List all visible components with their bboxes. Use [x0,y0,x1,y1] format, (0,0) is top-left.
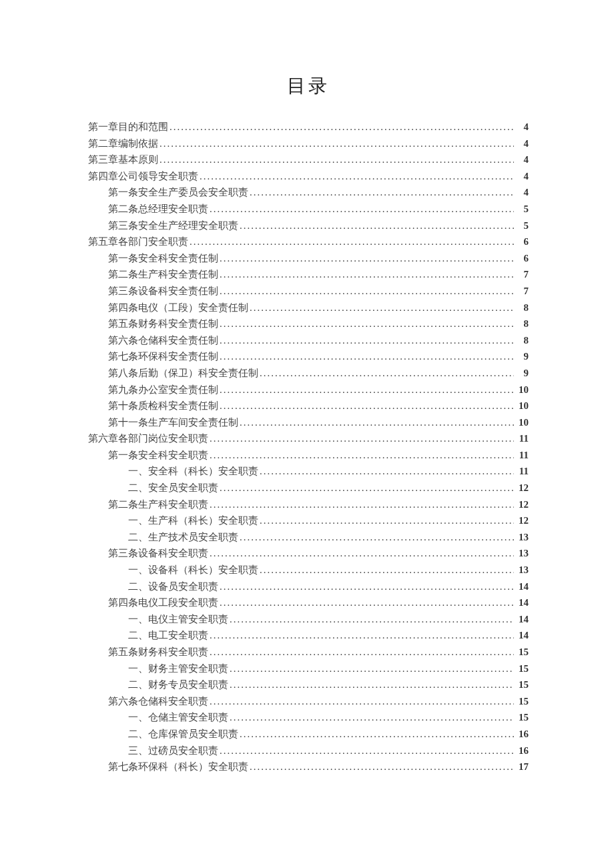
toc-row: 第二章编制依据4 [88,135,529,152]
toc-row: 第六条仓储科安全职责15 [88,693,529,710]
toc-label: 第八条后勤（保卫）科安全责任制 [108,365,258,382]
toc-row: 一、电仪主管安全职责14 [88,611,529,628]
toc-row: 第七条环保科（科长）安全职责17 [88,759,529,775]
toc-leader-dots [210,201,514,218]
toc-leader-dots [240,414,514,431]
toc-row: 二、财务专员安全职责15 [88,677,529,693]
toc-label: 第七条环保科安全责任制 [108,348,218,365]
toc-label: 第三条设备科安全职责 [108,545,208,562]
toc-leader-dots [220,348,514,365]
toc-label: 一、电仪主管安全职责 [128,611,228,628]
toc-label: 一、财务主管安全职责 [128,661,228,677]
toc-label: 第二章编制依据 [88,135,158,152]
toc-page-number: 13 [515,562,529,578]
toc-page-number: 15 [515,661,529,677]
toc-leader-dots [210,447,514,464]
toc-row: 第二条生产科安全职责12 [88,496,529,513]
toc-leader-dots [250,759,514,775]
toc-leader-dots [220,332,514,349]
toc-label: 第二条生产科安全职责 [108,496,208,513]
toc-row: 第一章目的和范围4 [88,119,529,135]
toc-row: 第十条质检科安全责任制10 [88,398,529,414]
toc-page-number: 5 [515,201,529,218]
toc-page-number: 12 [515,480,529,496]
toc-leader-dots [260,512,514,529]
toc-page-number: 12 [515,496,529,513]
toc-label: 一、安全科（科长）安全职责 [128,463,258,480]
toc-leader-dots [230,677,514,693]
toc-page-number: 5 [515,218,529,234]
toc-row: 一、设备科（科长）安全职责13 [88,562,529,578]
toc-page-number: 9 [515,348,529,365]
toc-page-number: 8 [515,332,529,349]
toc-page-number: 11 [515,463,529,480]
toc-page-number: 8 [515,300,529,316]
toc-row: 第三章基本原则4 [88,151,529,168]
toc-label: 二、生产技术员安全职责 [128,529,238,546]
toc-label: 第五章各部门安全职责 [88,234,188,250]
toc-label: 第六章各部门岗位安全职责 [88,430,208,447]
toc-leader-dots [160,151,514,168]
toc-leader-dots [260,365,514,382]
page-title: 目录 [88,73,529,99]
toc-page-number: 12 [515,512,529,529]
toc-label: 第三条安全生产经理安全职责 [108,218,238,234]
toc-page-number: 6 [515,250,529,267]
toc-page-number: 15 [515,677,529,693]
toc-label: 第三章基本原则 [88,151,158,168]
toc-page-number: 8 [515,316,529,332]
toc-leader-dots [230,661,514,677]
toc-row: 第四条电仪工段安全职责14 [88,594,529,611]
toc-row: 第五条财务科安全责任制8 [88,316,529,332]
toc-row: 第五章各部门安全职责6 [88,234,529,250]
toc-label: 一、设备科（科长）安全职责 [128,562,258,578]
toc-page-number: 15 [515,693,529,710]
toc-row: 第四条电仪（工段）安全责任制8 [88,300,529,316]
toc-row: 第十一条生产车间安全责任制10 [88,414,529,431]
toc-leader-dots [260,463,514,480]
toc-label: 第七条环保科（科长）安全职责 [108,759,248,775]
toc-page-number: 13 [515,529,529,546]
toc-row: 第一条安全科安全责任制6 [88,250,529,267]
toc-label: 第一条安全科安全责任制 [108,250,218,267]
toc-row: 第八条后勤（保卫）科安全责任制9 [88,365,529,382]
toc-label: 第六条仓储科安全职责 [108,693,208,710]
toc-page-number: 7 [515,266,529,283]
toc-label: 第五条财务科安全职责 [108,644,208,661]
toc-row: 一、仓储主管安全职责15 [88,709,529,726]
toc-row: 第二条总经理安全职责5 [88,201,529,218]
toc-page-number: 16 [515,726,529,743]
toc-row: 一、财务主管安全职责15 [88,661,529,677]
toc-page-number: 4 [515,119,529,135]
toc-page-number: 15 [515,644,529,661]
toc-label: 二、财务专员安全职责 [128,677,228,693]
toc-leader-dots [200,168,514,185]
toc-label: 第三条设备科安全责任制 [108,283,218,300]
toc-leader-dots [250,300,514,316]
toc-row: 第三条设备科安全责任制7 [88,283,529,300]
toc-page-number: 17 [515,759,529,775]
toc-leader-dots [250,184,514,201]
toc-label: 二、电工安全职责 [128,627,208,644]
toc-leader-dots [210,430,514,447]
toc-leader-dots [240,218,514,234]
toc-leader-dots [160,135,514,152]
toc-row: 二、安全员安全职责12 [88,480,529,496]
toc-leader-dots [230,611,514,628]
toc-row: 第六条仓储科安全责任制8 [88,332,529,349]
toc-page-number: 9 [515,365,529,382]
toc-page-number: 14 [515,594,529,611]
document-page: 目录 第一章目的和范围4第二章编制依据4第三章基本原则4第四章公司领导安全职责4… [0,0,614,868]
toc-page-number: 14 [515,611,529,628]
toc-row: 二、电工安全职责14 [88,627,529,644]
toc-label: 三、过磅员安全职责 [128,743,218,759]
toc-label: 第一条安全生产委员会安全职责 [108,184,248,201]
toc-label: 第一章目的和范围 [88,119,168,135]
toc-row: 第六章各部门岗位安全职责11 [88,430,529,447]
toc-leader-dots [240,726,514,743]
toc-row: 第三条设备科安全职责13 [88,545,529,562]
toc-page-number: 4 [515,168,529,185]
toc-row: 第三条安全生产经理安全职责5 [88,218,529,234]
toc-row: 一、生产科（科长）安全职责12 [88,512,529,529]
toc-row: 二、生产技术员安全职责13 [88,529,529,546]
